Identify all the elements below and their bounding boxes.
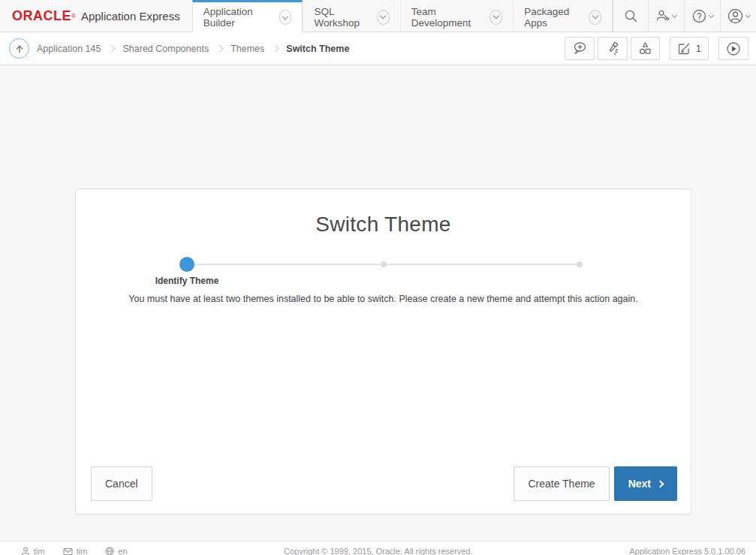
footer-username-text: tim — [34, 547, 45, 555]
run-page-button[interactable] — [718, 37, 748, 60]
shared-components-icon — [638, 41, 652, 56]
user-icon — [21, 547, 30, 555]
footer-language: en — [105, 547, 127, 555]
breadcrumb-shared-components[interactable]: Shared Components — [122, 44, 209, 54]
page-content: Switch Theme Identify Theme You must hav… — [0, 66, 756, 541]
administration-menu-button[interactable] — [648, 0, 684, 32]
footer-email: tim — [63, 547, 88, 555]
search-icon — [624, 9, 638, 23]
wizard-message: You must have at least two themes instal… — [76, 294, 691, 304]
breadcrumb-switch-theme: Switch Theme — [286, 44, 349, 54]
tab-team-development[interactable]: Team Development — [400, 0, 514, 32]
tab-label: Team Development — [411, 6, 483, 29]
next-button-label: Next — [628, 478, 651, 490]
product-name: Application Express — [81, 10, 180, 23]
chevron-right-icon — [657, 480, 664, 487]
wizard-button-bar: Cancel Create Theme Next — [91, 466, 677, 501]
chevron-down-icon[interactable] — [377, 10, 390, 25]
cancel-button[interactable]: Cancel — [91, 466, 152, 501]
chevron-down-icon — [708, 12, 713, 17]
breadcrumb-themes[interactable]: Themes — [230, 44, 264, 54]
breadcrumb-bar: Application 145 Shared Components Themes… — [0, 32, 756, 65]
registered-mark: ® — [71, 13, 76, 20]
page-footer: tim tim en Copyright © 1999, 2015, Oracl… — [0, 541, 756, 555]
tab-label: Packaged Apps — [524, 6, 582, 29]
edit-page-icon — [677, 42, 691, 56]
envelope-icon — [63, 547, 73, 555]
chevron-down-icon[interactable] — [589, 10, 601, 25]
help-icon — [692, 9, 706, 23]
oracle-apex-logo: ORACLE® Application Express — [0, 0, 192, 32]
footer-version: Application Express 5.0.1.00.06 — [629, 547, 745, 555]
step-dot-pending — [381, 261, 387, 267]
breadcrumb-application[interactable]: Application 145 — [37, 44, 101, 54]
tab-label: Application Builder — [203, 6, 273, 29]
edit-page-number: 1 — [696, 43, 701, 54]
run-icon — [726, 41, 741, 56]
arrow-up-icon — [14, 44, 25, 54]
oracle-logo-text: ORACLE — [12, 8, 71, 24]
chevron-down-icon — [672, 12, 677, 17]
up-level-button[interactable] — [9, 38, 29, 59]
step-dot-pending — [577, 261, 583, 267]
step-dot-current — [179, 257, 194, 272]
main-tabs: Application Builder SQL Workshop Team De… — [192, 0, 612, 32]
current-step-label: Identify Theme — [155, 276, 219, 286]
topnav-icon-group — [612, 0, 756, 32]
search-button[interactable] — [612, 0, 648, 32]
breadcrumb: Application 145 Shared Components Themes… — [37, 44, 349, 54]
shared-components-button[interactable] — [631, 37, 660, 60]
footer-user-info: tim tim en — [21, 547, 128, 555]
create-theme-button[interactable]: Create Theme — [514, 466, 609, 501]
help-menu-button[interactable] — [684, 0, 720, 32]
feedback-icon — [572, 41, 587, 56]
account-icon — [727, 8, 743, 24]
chevron-down-icon[interactable] — [279, 10, 292, 25]
edit-page-button[interactable]: 1 — [670, 37, 709, 60]
breadcrumb-separator-icon — [108, 45, 116, 53]
footer-copyright: Copyright © 1999, 2015, Oracle. All righ… — [128, 547, 630, 555]
footer-email-text: tim — [77, 547, 88, 555]
breadcrumb-separator-icon — [272, 45, 279, 53]
theme-roller-button[interactable] — [598, 37, 628, 60]
tab-sql-workshop[interactable]: SQL Workshop — [303, 0, 399, 32]
top-navigation-bar: ORACLE® Application Express Application … — [0, 0, 756, 32]
next-button[interactable]: Next — [614, 466, 677, 501]
tab-label: SQL Workshop — [314, 6, 369, 29]
wizard-progress-train: Identify Theme — [187, 257, 580, 272]
breadcrumb-separator-icon — [216, 45, 224, 53]
flashlight-icon — [605, 41, 620, 56]
page-title: Switch Theme — [76, 213, 691, 237]
tab-application-builder[interactable]: Application Builder — [192, 0, 303, 32]
chevron-down-icon — [745, 12, 750, 17]
account-menu-button[interactable] — [720, 0, 756, 32]
admin-icon — [656, 9, 670, 23]
globe-icon — [105, 547, 114, 555]
footer-user: tim — [21, 547, 45, 555]
switch-theme-wizard-card: Switch Theme Identify Theme You must hav… — [75, 189, 691, 514]
page-toolbar: 1 — [562, 37, 748, 60]
feedback-button[interactable] — [565, 37, 595, 60]
tab-packaged-apps[interactable]: Packaged Apps — [513, 0, 612, 32]
footer-language-text: en — [118, 547, 127, 555]
chevron-down-icon[interactable] — [489, 10, 502, 25]
